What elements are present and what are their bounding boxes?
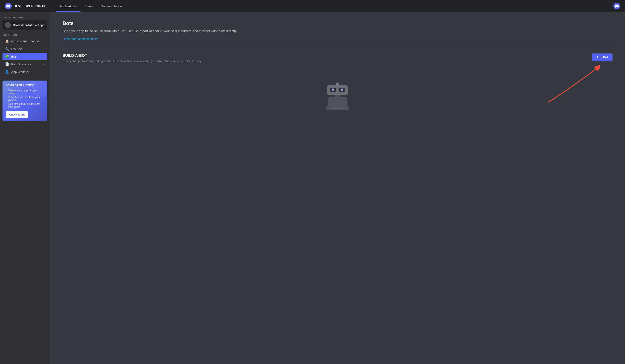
portal-title: DEVELOPER PORTAL <box>14 4 48 8</box>
nav-link-teams[interactable]: Teams <box>80 1 97 12</box>
build-a-bot-section: BUILD-A-BOT Bring your app to life by ad… <box>62 54 613 123</box>
nav-link-documentation[interactable]: Documentation <box>97 1 126 12</box>
puzzle-icon: 🧩 <box>5 55 9 58</box>
arrow-graphic <box>537 65 600 107</box>
page-title: Bots <box>62 20 613 26</box>
build-a-bot-description: Bring your app to life by adding a bot u… <box>62 59 613 63</box>
learn-more-link[interactable]: Learn more about bot users <box>62 37 98 41</box>
sidebar-item-label: General Information <box>11 39 45 43</box>
build-a-bot-title: BUILD-A-BOT <box>62 54 613 58</box>
wrench-icon: 🔧 <box>5 47 9 51</box>
sidebar-item-oauth2[interactable]: 🔧 OAuth2 <box>2 45 47 53</box>
logo: DEVELOPER PORTAL <box>5 3 48 9</box>
dev-license-item: Create store pages in your server <box>6 89 44 95</box>
svg-point-12 <box>333 89 334 90</box>
svg-rect-5 <box>328 97 347 108</box>
check-it-out-button[interactable]: Check it out <box>6 111 28 118</box>
app-icon <box>5 22 11 28</box>
robot-illustration <box>319 77 356 115</box>
sidebar-item-general-information[interactable]: 🏠 General Information <box>2 37 47 45</box>
svg-rect-9 <box>337 84 338 86</box>
sidebar-item-bot[interactable]: 🧩 Bot <box>2 53 47 60</box>
sidebar: SELECTED APP RealPythonTutorialApp ▾ SET… <box>0 12 50 364</box>
svg-point-3 <box>337 108 338 109</box>
top-nav: DEVELOPER PORTAL Applications Teams Docu… <box>0 0 625 12</box>
sidebar-item-label: App Whitelist <box>11 70 45 74</box>
main-layout: SELECTED APP RealPythonTutorialApp ▾ SET… <box>0 12 625 364</box>
user-avatar[interactable] <box>613 3 620 9</box>
home-icon: 🏠 <box>5 39 9 43</box>
svg-point-15 <box>342 89 343 90</box>
chevron-right-icon: › <box>44 63 45 66</box>
dev-license-items: Create store pages in your server Publis… <box>6 89 44 109</box>
sidebar-item-label: Bot <box>11 55 45 58</box>
nav-links: Applications Teams Documentation <box>56 1 613 12</box>
sidebar-item-label: Rich Presence <box>11 62 42 66</box>
sidebar-item-rich-presence[interactable]: 📄 Rich Presence › <box>2 60 47 68</box>
person-icon: 👤 <box>5 70 9 74</box>
dev-license-item: Publish news directly to your players <box>6 96 44 102</box>
app-selector[interactable]: RealPythonTutorialApp ▾ <box>2 20 47 29</box>
selected-app-label: SELECTED APP <box>2 16 47 19</box>
page-description: Bring your app to life on Discord with a… <box>62 29 250 34</box>
chevron-down-icon: ▾ <box>43 23 45 27</box>
dev-license-title: DEVELOPER LICENSE <box>6 84 44 87</box>
discord-logo-icon <box>5 3 12 9</box>
section-divider <box>62 47 613 47</box>
sidebar-item-label: OAuth2 <box>11 47 45 51</box>
add-bot-button[interactable]: Add Bot <box>592 54 613 61</box>
content-area: Bots Bring your app to life on Discord w… <box>50 12 625 364</box>
app-name: RealPythonTutorialApp <box>13 24 43 27</box>
nav-link-applications[interactable]: Applications <box>56 1 80 12</box>
settings-label: SETTINGS <box>2 34 47 36</box>
dev-license-item: Run Alpha and Beta tests for your game <box>6 103 44 109</box>
bot-illustration-container <box>62 69 613 123</box>
svg-point-4 <box>341 108 342 109</box>
svg-rect-7 <box>327 85 348 95</box>
document-icon: 📄 <box>5 62 9 66</box>
developer-license-card: DEVELOPER LICENSE Create store pages in … <box>2 81 47 121</box>
svg-point-2 <box>333 108 334 109</box>
sidebar-item-app-whitelist[interactable]: 👤 App Whitelist <box>2 68 47 76</box>
